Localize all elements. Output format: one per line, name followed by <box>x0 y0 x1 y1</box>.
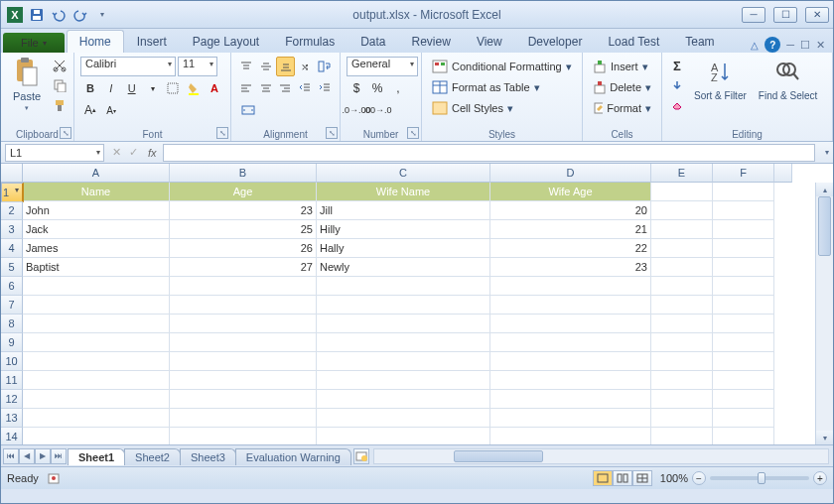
font-launcher[interactable]: ⤡ <box>216 127 228 139</box>
fill-color-button[interactable] <box>184 78 204 98</box>
wrap-text-icon[interactable] <box>315 57 334 76</box>
prev-sheet-icon[interactable]: ◀ <box>19 448 35 464</box>
italic-button[interactable]: I <box>101 78 121 98</box>
increase-indent-icon[interactable] <box>315 78 334 98</box>
ribbon-minimize-icon[interactable]: △ <box>751 40 759 51</box>
cell-B3[interactable]: 25 <box>170 220 317 239</box>
tab-formulas[interactable]: Formulas <box>272 30 348 53</box>
decrease-indent-icon[interactable] <box>296 78 315 98</box>
cell-D7[interactable] <box>490 296 651 315</box>
cell-D2[interactable]: 20 <box>490 201 651 220</box>
border-button[interactable] <box>163 78 183 98</box>
cell-A11[interactable] <box>23 371 170 390</box>
cell-A6[interactable] <box>23 277 170 296</box>
font-color-button[interactable]: A <box>205 78 224 98</box>
row-3[interactable]: 3 <box>1 220 23 239</box>
macro-record-icon[interactable] <box>47 471 61 485</box>
cell-D5[interactable]: 23 <box>490 258 651 277</box>
sheet-tab-sheet1[interactable]: Sheet1 <box>68 448 125 465</box>
number-format-select[interactable]: General <box>347 57 418 76</box>
cell-B5[interactable]: 27 <box>170 258 317 277</box>
bold-button[interactable]: B <box>80 78 100 98</box>
row-2[interactable]: 2 <box>1 201 23 220</box>
cell-C12[interactable] <box>317 390 490 409</box>
doc-restore-icon[interactable]: ☐ <box>800 39 810 52</box>
cell-A2[interactable]: John <box>23 201 170 220</box>
conditional-formatting-button[interactable]: Conditional Formatting ▾ <box>428 57 576 76</box>
cell-B7[interactable] <box>170 296 317 315</box>
row-12[interactable]: 12 <box>1 390 23 409</box>
col-F[interactable]: F <box>713 164 774 183</box>
align-center-icon[interactable] <box>257 78 276 98</box>
underline-button[interactable]: U <box>122 78 142 98</box>
cell-A14[interactable] <box>23 428 170 445</box>
merge-center-icon[interactable] <box>237 100 259 120</box>
scroll-up-icon[interactable]: ▴ <box>816 183 833 196</box>
cell-B9[interactable] <box>170 333 317 352</box>
tab-data[interactable]: Data <box>348 30 398 53</box>
cell-B10[interactable] <box>170 352 317 371</box>
format-cells-button[interactable]: Format ▾ <box>589 98 655 118</box>
cell-C4[interactable]: Hally <box>317 239 490 258</box>
cell-A4[interactable]: James <box>23 239 170 258</box>
cell-C3[interactable]: Hilly <box>317 220 490 239</box>
cell-D11[interactable] <box>490 371 651 390</box>
decrease-font-icon[interactable]: A▾ <box>101 100 121 120</box>
cell-A12[interactable] <box>23 390 170 409</box>
row-6[interactable]: 6 <box>1 277 23 296</box>
align-bottom-icon[interactable] <box>276 57 295 76</box>
cell-D4[interactable]: 22 <box>490 239 651 258</box>
cell-C7[interactable] <box>317 296 490 315</box>
cell-C11[interactable] <box>317 371 490 390</box>
next-sheet-icon[interactable]: ▶ <box>35 448 51 464</box>
row-10[interactable]: 10 <box>1 352 23 371</box>
doc-close-icon[interactable]: ✕ <box>816 39 825 52</box>
row-1[interactable]: 1 <box>1 183 24 202</box>
cell-A3[interactable]: Jack <box>23 220 170 239</box>
fx-icon[interactable]: fx <box>148 147 157 159</box>
row-11[interactable]: 11 <box>1 371 23 390</box>
scroll-thumb[interactable] <box>818 196 831 256</box>
cell-B2[interactable]: 23 <box>170 201 317 220</box>
save-icon[interactable] <box>27 5 47 25</box>
currency-icon[interactable]: $ <box>347 78 366 98</box>
cell-D12[interactable] <box>490 390 651 409</box>
page-break-view-icon[interactable] <box>632 470 652 486</box>
cell-D8[interactable] <box>490 315 651 333</box>
sort-filter-button[interactable]: AZ Sort & Filter <box>690 55 751 103</box>
tab-load-test[interactable]: Load Test <box>595 30 672 53</box>
help-icon[interactable]: ? <box>764 37 780 53</box>
delete-cells-button[interactable]: Delete ▾ <box>589 77 655 97</box>
cell-B4[interactable]: 26 <box>170 239 317 258</box>
name-box[interactable]: L1 <box>5 144 104 162</box>
minimize-button[interactable]: ─ <box>742 7 765 23</box>
number-launcher[interactable]: ⤡ <box>407 127 419 139</box>
cell-A10[interactable] <box>23 352 170 371</box>
cell-A1[interactable]: Name <box>23 183 170 201</box>
cell-styles-button[interactable]: Cell Styles ▾ <box>428 98 576 118</box>
cell-B8[interactable] <box>170 315 317 333</box>
tab-team[interactable]: Team <box>672 30 727 53</box>
sheet-tab-sheet3[interactable]: Sheet3 <box>180 448 236 465</box>
fill-icon[interactable] <box>668 76 686 94</box>
cell-C6[interactable] <box>317 277 490 296</box>
cell-D3[interactable]: 21 <box>490 220 651 239</box>
cancel-formula-icon[interactable]: ✕ <box>112 146 121 159</box>
cell-C13[interactable] <box>317 409 490 428</box>
zoom-out-button[interactable]: − <box>692 471 706 485</box>
cell-A13[interactable] <box>23 409 170 428</box>
font-name-select[interactable]: Calibri <box>80 57 176 76</box>
percent-icon[interactable]: % <box>367 78 387 98</box>
alignment-launcher[interactable]: ⤡ <box>326 127 338 139</box>
qat-customize-icon[interactable]: ▾ <box>92 5 112 25</box>
cell-A9[interactable] <box>23 333 170 352</box>
cell-C9[interactable] <box>317 333 490 352</box>
cell-C5[interactable]: Newly <box>317 258 490 277</box>
tab-home[interactable]: Home <box>67 30 124 53</box>
col-C[interactable]: C <box>317 164 490 183</box>
page-layout-view-icon[interactable] <box>613 470 632 486</box>
new-sheet-icon[interactable] <box>353 448 369 464</box>
font-size-select[interactable]: 11 <box>178 57 217 76</box>
cell-B12[interactable] <box>170 390 317 409</box>
cell-B6[interactable] <box>170 277 317 296</box>
